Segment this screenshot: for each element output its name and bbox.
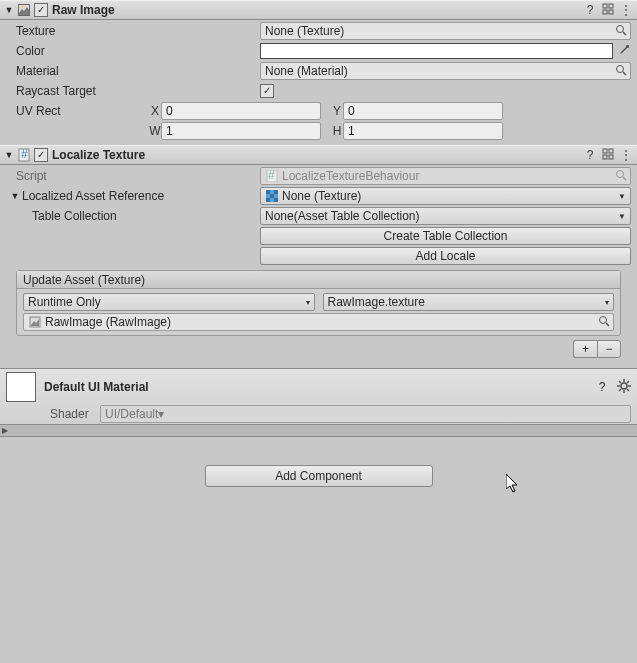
color-label: Color <box>6 44 260 58</box>
localized-asset-ref-label: Localized Asset Reference <box>22 189 164 203</box>
preset-icon[interactable] <box>601 3 615 18</box>
chevron-down-icon: ▾ <box>158 407 164 421</box>
add-listener-button[interactable]: + <box>573 340 597 358</box>
texture-icon <box>265 189 279 203</box>
foldout-icon[interactable]: ▼ <box>4 150 14 160</box>
context-menu-icon[interactable]: ⋮ <box>619 3 633 17</box>
svg-line-40 <box>627 381 629 383</box>
svg-point-31 <box>600 317 607 324</box>
uv-w-input[interactable] <box>161 122 321 140</box>
raycast-label: Raycast Target <box>6 84 260 98</box>
uv-h-prefix: H <box>331 124 343 138</box>
csharp-script-icon: # <box>265 169 279 183</box>
event-function-value: RawImage.texture <box>328 295 425 309</box>
remove-listener-button[interactable]: − <box>597 340 621 358</box>
raw-image-enable-checkbox[interactable]: ✓ <box>34 3 48 17</box>
context-menu-icon[interactable]: ⋮ <box>619 148 633 162</box>
chevron-down-icon: ▼ <box>618 212 626 221</box>
svg-line-38 <box>619 381 621 383</box>
localize-texture-header[interactable]: ▼ # ✓ Localize Texture ? ⋮ <box>0 145 637 165</box>
svg-rect-28 <box>274 198 278 202</box>
create-table-collection-button[interactable]: Create Table Collection <box>260 227 631 245</box>
svg-rect-6 <box>603 10 607 14</box>
svg-text:#: # <box>21 147 28 161</box>
event-calltype-dropdown[interactable]: Runtime Only ▾ <box>23 293 315 311</box>
uv-y-input[interactable] <box>343 102 503 120</box>
rawimage-component-icon <box>16 2 32 18</box>
uvrect-label: UV Rect <box>6 104 149 118</box>
svg-point-33 <box>621 383 627 389</box>
svg-line-22 <box>623 177 626 180</box>
preset-icon[interactable] <box>601 148 615 163</box>
localized-asset-ref-dropdown[interactable]: None (Texture) ▼ <box>260 187 631 205</box>
eyedropper-icon[interactable] <box>615 43 631 59</box>
object-picker-icon[interactable] <box>598 315 610 327</box>
uv-y-prefix: Y <box>331 104 343 118</box>
texture-value: None (Texture) <box>265 24 344 38</box>
svg-line-9 <box>623 32 626 35</box>
chevron-down-icon: ▼ <box>618 192 626 201</box>
material-preview-icon <box>6 372 36 402</box>
event-function-dropdown[interactable]: RawImage.texture ▾ <box>323 293 615 311</box>
script-component-icon: # <box>16 147 32 163</box>
help-icon[interactable]: ? <box>583 3 597 17</box>
help-icon[interactable]: ? <box>595 380 609 394</box>
add-component-button[interactable]: Add Component <box>205 465 433 487</box>
material-label: Material <box>6 64 260 78</box>
raw-image-header[interactable]: ▼ ✓ Raw Image ? ⋮ <box>0 0 637 20</box>
event-target-object-field[interactable]: RawImage (RawImage) <box>23 313 614 331</box>
object-picker-icon[interactable] <box>615 64 627 76</box>
raycast-checkbox[interactable]: ✓ <box>260 84 274 98</box>
svg-point-8 <box>617 26 624 33</box>
material-field[interactable]: None (Material) <box>260 62 631 80</box>
svg-point-11 <box>617 66 624 73</box>
svg-rect-18 <box>609 155 613 159</box>
material-preview-strip[interactable]: ▶ <box>0 425 637 437</box>
texture-label: Texture <box>6 24 260 38</box>
color-field[interactable] <box>260 43 613 59</box>
svg-line-12 <box>623 72 626 75</box>
event-header: Update Asset (Texture) <box>17 271 620 289</box>
add-locale-button[interactable]: Add Locale <box>260 247 631 265</box>
svg-line-32 <box>606 323 609 326</box>
event-object-value: RawImage (RawImage) <box>45 315 171 329</box>
help-icon[interactable]: ? <box>583 148 597 162</box>
foldout-icon[interactable]: ▼ <box>4 5 14 15</box>
uv-h-input[interactable] <box>343 122 503 140</box>
shader-dropdown: UI/Default ▾ <box>100 405 631 423</box>
uv-x-input[interactable] <box>161 102 321 120</box>
svg-rect-10 <box>626 45 629 48</box>
script-label: Script <box>6 169 260 183</box>
material-name: Default UI Material <box>44 380 587 394</box>
chevron-down-icon: ▾ <box>605 298 609 307</box>
svg-rect-15 <box>603 149 607 153</box>
expand-preview-icon[interactable]: ▶ <box>2 426 8 435</box>
uv-x-prefix: X <box>149 104 161 118</box>
svg-line-39 <box>627 389 629 391</box>
foldout-icon[interactable]: ▼ <box>10 191 20 201</box>
uv-w-prefix: W <box>149 124 161 138</box>
object-picker-icon <box>615 169 627 181</box>
script-value: LocalizeTextureBehaviour <box>282 169 419 183</box>
svg-point-21 <box>617 171 624 178</box>
raw-image-body: Texture None (Texture) Color Material No… <box>0 20 637 145</box>
object-picker-icon[interactable] <box>615 24 627 36</box>
svg-rect-4 <box>603 4 607 8</box>
table-collection-dropdown[interactable]: None(Asset Table Collection) ▼ <box>260 207 631 225</box>
localize-texture-body: Script # LocalizeTextureBehaviour ▼ Loca… <box>0 165 637 368</box>
texture-field[interactable]: None (Texture) <box>260 22 631 40</box>
component-title: Raw Image <box>52 3 581 17</box>
component-title: Localize Texture <box>52 148 581 162</box>
material-value: None (Material) <box>265 64 348 78</box>
rawimage-icon <box>28 315 42 329</box>
gear-icon[interactable] <box>617 379 631 396</box>
svg-rect-16 <box>609 149 613 153</box>
event-list-buttons: + − <box>6 340 631 358</box>
table-collection-label: Table Collection <box>6 209 260 223</box>
localize-enable-checkbox[interactable]: ✓ <box>34 148 48 162</box>
svg-text:#: # <box>268 170 275 182</box>
shader-value: UI/Default <box>105 407 158 421</box>
svg-rect-26 <box>270 194 274 198</box>
svg-rect-5 <box>609 4 613 8</box>
shader-label: Shader <box>50 407 94 421</box>
